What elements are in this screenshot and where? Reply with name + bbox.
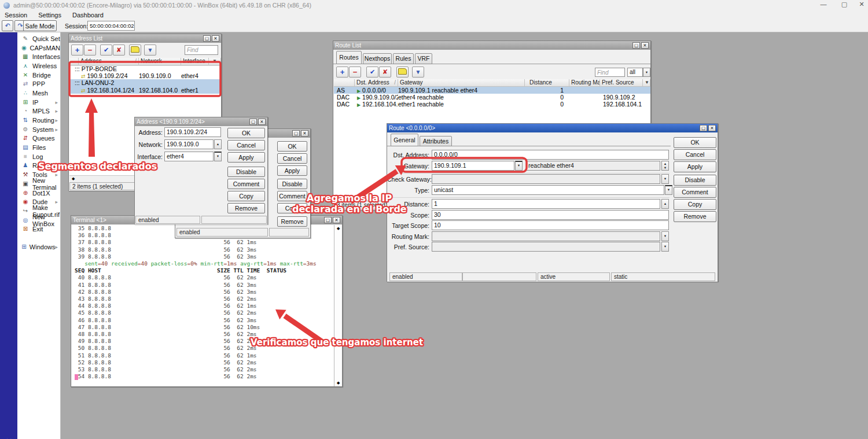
apply-button[interactable]: Apply: [674, 161, 716, 172]
sidebar-item-ip[interactable]: ⊞IP▸: [17, 98, 60, 107]
dropdown-icon[interactable]: ▼: [643, 68, 650, 77]
maximize-icon[interactable]: ▢: [324, 217, 332, 223]
menu-session[interactable]: Session: [0, 10, 32, 20]
ok-button[interactable]: OK: [227, 128, 265, 138]
address-list-header[interactable]: Address/ Network Interface ▼: [69, 58, 221, 65]
comment-button[interactable]: [129, 45, 141, 56]
column-menu-button[interactable]: ▼: [209, 58, 221, 65]
sidebar-item-queues[interactable]: ⇵Queues: [17, 134, 60, 143]
maximize-icon[interactable]: ▢: [836, 1, 853, 10]
sidebar-item-new-winbox[interactable]: ◎New WinBox: [17, 216, 60, 225]
col-pref-source[interactable]: Pref. Source: [600, 79, 643, 86]
col-routing-mark[interactable]: Routing Mark: [569, 79, 600, 86]
col-gateway[interactable]: Gateway: [398, 79, 525, 86]
col-dst-address[interactable]: Dst. Address: [356, 79, 394, 86]
menu-dashboard[interactable]: Dashboard: [68, 10, 108, 20]
sidebar-item-bridge[interactable]: ✕Bridge: [17, 71, 60, 80]
comment-button[interactable]: Comment: [227, 179, 265, 189]
disable-button[interactable]: Disable: [227, 167, 265, 177]
table-row[interactable]: ⇄ 192.168.104.1/24192.168.104.0ether1: [69, 87, 221, 94]
table-row[interactable]: DAC▶ 192.168.104.0...ether1 reachable019…: [334, 101, 650, 108]
remove-item-button[interactable]: −: [349, 67, 361, 78]
table-row[interactable]: ⇄ 190.9.109.2/24190.9.109.0ether4: [69, 72, 221, 79]
sidebar-item-capsman[interactable]: ◉CAPsMAN: [17, 43, 60, 53]
sidebar-item-windows[interactable]: ⊞Windows▸: [17, 242, 60, 252]
tab-nexthops[interactable]: Nexthops: [363, 53, 392, 64]
cancel-button[interactable]: Cancel: [227, 140, 265, 150]
cancel-button[interactable]: Cancel: [277, 153, 307, 164]
tab-general[interactable]: General: [391, 134, 418, 146]
enable-button[interactable]: ✔: [100, 45, 112, 56]
sidebar-item-radius[interactable]: ♟RADIUS: [17, 161, 60, 171]
add-button[interactable]: +: [336, 67, 348, 78]
cancel-button[interactable]: Cancel: [674, 149, 716, 160]
find-input[interactable]: [595, 68, 624, 76]
apply-button[interactable]: Apply: [227, 152, 265, 163]
copy-button[interactable]: Copy: [674, 199, 716, 210]
table-row[interactable]: ::: PTP-BORDE: [69, 65, 221, 72]
sidebar-item-dot1x[interactable]: ⊕Dot1X: [17, 189, 60, 198]
table-row[interactable]: ::: LAN-ONU-2: [69, 79, 221, 86]
session-field[interactable]: 50:00:00:04:00:02: [87, 21, 135, 31]
copy-button[interactable]: Copy: [227, 191, 265, 201]
table-row[interactable]: AS▶ 0.0.0.0/0190.9.109.1 reachable ether…: [334, 87, 650, 94]
menu-settings[interactable]: Settings: [34, 10, 66, 20]
sidebar-item-routing[interactable]: ⇅Routing▸: [17, 116, 60, 125]
find-box[interactable]: [185, 45, 218, 55]
tab-rules[interactable]: Rules: [393, 53, 414, 64]
comment-button[interactable]: Comment: [277, 191, 307, 201]
close-icon[interactable]: ✕: [333, 217, 340, 223]
sidebar-item-wireless[interactable]: ⋏Wireless: [17, 61, 60, 71]
close-icon[interactable]: ✕: [212, 35, 219, 42]
remove-item-button[interactable]: −: [84, 45, 96, 56]
close-icon[interactable]: ✕: [641, 42, 649, 49]
col-address[interactable]: Address: [80, 58, 135, 65]
add-button[interactable]: +: [71, 45, 83, 56]
ok-button[interactable]: OK: [674, 137, 716, 148]
sidebar-item-interfaces[interactable]: ▦Interfaces: [17, 52, 60, 61]
col-interface[interactable]: Interface: [181, 58, 209, 65]
minimize-icon[interactable]: —: [815, 1, 832, 10]
sidebar-item-mpls[interactable]: ◔MPLS▸: [17, 107, 60, 116]
remove-button[interactable]: Remove: [277, 216, 307, 227]
address-list-titlebar[interactable]: Address List ▢ ✕: [69, 34, 221, 43]
route-list-header[interactable]: Dst. Address/ Gateway Distance Routing M…: [334, 79, 650, 87]
sidebar-item-exit[interactable]: ⊠Exit: [17, 224, 60, 234]
disable-button[interactable]: ✘: [379, 67, 391, 78]
col-distance[interactable]: Distance: [525, 79, 569, 86]
undo-button[interactable]: ↶: [2, 20, 13, 31]
col-network[interactable]: Network: [139, 58, 181, 65]
comment-button[interactable]: Comment: [674, 187, 716, 198]
sidebar-item-system[interactable]: ⚙System▸: [17, 125, 60, 134]
close-icon[interactable]: ✕: [855, 1, 868, 10]
maximize-icon[interactable]: ▢: [632, 42, 640, 49]
remove-button[interactable]: Remove: [227, 203, 265, 213]
tab-routes[interactable]: Routes: [336, 51, 362, 64]
sidebar-item-ppp[interactable]: ⇄PPP: [17, 79, 60, 88]
scroll-up-icon[interactable]: ◆: [337, 226, 340, 231]
maximize-icon[interactable]: ▢: [203, 35, 211, 42]
filter-button[interactable]: ▼: [144, 45, 156, 56]
disable-button[interactable]: Disable: [277, 179, 307, 189]
tab-vrf[interactable]: VRF: [415, 53, 432, 64]
sidebar-item-new-terminal[interactable]: ▣New Terminal: [17, 179, 60, 189]
sidebar-item-quick-set[interactable]: ✎Quick Set: [17, 34, 60, 43]
comment-button[interactable]: [396, 67, 409, 78]
enable-button[interactable]: ✔: [366, 67, 378, 78]
column-menu-button[interactable]: ▼: [643, 79, 650, 86]
disable-button[interactable]: Disable: [674, 175, 716, 186]
route-list-titlebar[interactable]: Route List ▢ ✕: [333, 41, 650, 50]
ok-button[interactable]: OK: [277, 141, 307, 152]
apply-button[interactable]: Apply: [277, 165, 307, 176]
scroll-arrow-icon[interactable]: ◆: [72, 176, 75, 181]
find-box[interactable]: [595, 68, 625, 77]
find-input[interactable]: [185, 46, 218, 54]
filter-button[interactable]: ▼: [412, 67, 424, 78]
disable-button[interactable]: ✘: [113, 45, 125, 56]
scroll-down-icon[interactable]: ◆: [337, 381, 340, 385]
copy-button[interactable]: Copy: [277, 203, 307, 213]
sidebar-item-log[interactable]: ≡Log: [17, 152, 60, 161]
table-row[interactable]: DAC▶ 190.9.109.0/24ether4 reachable0190.…: [334, 94, 650, 101]
safe-mode-button[interactable]: Safe Mode: [23, 20, 57, 31]
sidebar-item-files[interactable]: ▤Files: [17, 143, 60, 152]
